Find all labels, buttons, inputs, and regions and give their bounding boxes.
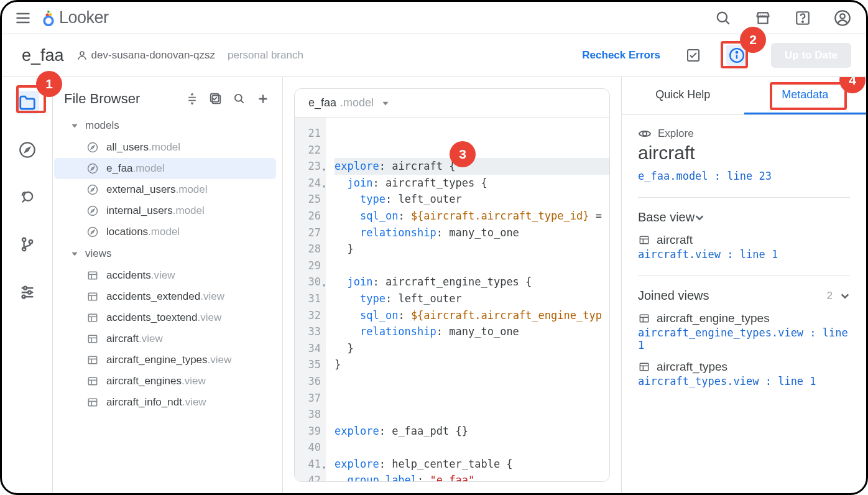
editor-tab-name: e_faa <box>308 96 336 109</box>
explore-rail-icon[interactable] <box>16 138 39 162</box>
hamburger-icon[interactable] <box>14 9 32 27</box>
chevron-down-icon[interactable] <box>381 99 390 108</box>
add-file-icon[interactable] <box>256 92 270 106</box>
tree-item[interactable]: locations.model <box>54 221 276 243</box>
search-files-icon[interactable] <box>233 92 246 106</box>
recheck-errors-button[interactable]: Recheck Errors <box>582 49 660 62</box>
tree-item[interactable]: aircraft_engines.view <box>54 371 276 392</box>
svg-rect-74 <box>640 236 648 244</box>
svg-point-48 <box>88 228 98 237</box>
tree-item[interactable]: aircraft_info_ndt.view <box>54 392 276 413</box>
svg-marker-50 <box>72 252 77 256</box>
tree-item[interactable]: internal_users.model <box>54 200 276 221</box>
svg-marker-41 <box>91 146 95 149</box>
svg-point-12 <box>840 14 844 18</box>
metadata-item: aircraft_types <box>638 360 850 374</box>
tab-metadata[interactable]: Metadata <box>744 77 867 114</box>
tree-item[interactable]: external_users.model <box>54 179 276 200</box>
code-editor[interactable]: e_faa.model 212223▾24▾252627282930▾31323… <box>294 88 610 482</box>
logo-icon <box>42 10 55 26</box>
tree-item[interactable]: accidents.view <box>54 265 276 286</box>
svg-point-42 <box>88 164 98 173</box>
bulk-edit-icon[interactable] <box>209 92 223 106</box>
metadata-item: aircraft_engine_types <box>638 312 850 325</box>
metadata-section-head[interactable]: Joined views2 <box>638 289 850 303</box>
svg-point-35 <box>235 95 242 101</box>
svg-point-26 <box>24 287 27 290</box>
git-branch-icon <box>19 236 35 252</box>
validator-icon[interactable] <box>683 45 704 66</box>
table-icon <box>86 375 99 387</box>
svg-rect-57 <box>88 314 96 322</box>
svg-point-24 <box>29 240 32 243</box>
eye-icon <box>638 128 652 139</box>
metadata-eyebrow: Explore <box>638 127 850 140</box>
explore-icon <box>86 226 99 238</box>
tree-item[interactable]: aircraft_engine_types.view <box>54 349 276 371</box>
collapse-icon[interactable] <box>185 92 199 106</box>
svg-line-21 <box>22 200 25 203</box>
account-icon[interactable] <box>834 9 851 27</box>
app-header: Looker <box>2 2 866 34</box>
branch-indicator[interactable]: dev-susana-donovan-qzsz <box>76 49 215 62</box>
svg-point-10 <box>802 21 803 22</box>
chevron-down-icon <box>840 291 850 301</box>
table-icon <box>86 269 99 282</box>
tree-item[interactable]: accidents_extended.view <box>54 286 276 307</box>
metadata-section-head[interactable]: Base view <box>638 210 850 224</box>
svg-point-28 <box>28 291 31 294</box>
svg-marker-19 <box>25 148 29 152</box>
callout-2: 2 <box>749 32 757 47</box>
editor-body[interactable]: 212223▾24▾252627282930▾31323334353637383… <box>295 118 609 481</box>
tree-folder[interactable]: models <box>53 114 282 137</box>
svg-rect-60 <box>88 335 96 343</box>
svg-rect-66 <box>88 377 96 385</box>
metadata-item-link[interactable]: aircraft.view : line 1 <box>638 248 850 261</box>
metadata-item-link[interactable]: aircraft_engine_types.view : line 1 <box>638 326 850 351</box>
compass-icon <box>19 141 36 159</box>
uptodate-button[interactable]: Up to Date <box>771 43 851 68</box>
help-icon[interactable] <box>794 9 811 27</box>
file-browser-rail-icon[interactable] <box>16 91 39 114</box>
project-bar: e_faa dev-susana-donovan-qzsz personal b… <box>2 34 866 77</box>
chevron-down-icon <box>695 213 704 223</box>
svg-point-3 <box>47 11 50 13</box>
git-rail-icon[interactable] <box>16 233 39 256</box>
tree-item[interactable]: all_users.model <box>54 137 276 158</box>
search-rail-icon[interactable] <box>16 185 39 209</box>
metadata-item-link[interactable]: aircraft_types.view : line 1 <box>638 375 850 387</box>
tab-quick-help[interactable]: Quick Help <box>622 77 744 114</box>
tree-item[interactable]: e_faa.model <box>54 158 276 179</box>
search-replace-icon <box>19 188 36 206</box>
svg-point-22 <box>22 238 25 241</box>
metadata-item: aircraft <box>638 233 850 247</box>
tree-item[interactable]: aircraft.view <box>54 328 276 349</box>
svg-marker-45 <box>91 188 95 192</box>
svg-rect-69 <box>88 399 96 406</box>
person-icon <box>76 50 88 61</box>
table-icon <box>86 354 99 366</box>
explore-icon <box>86 205 99 217</box>
search-icon[interactable] <box>714 9 732 27</box>
tree-folder[interactable]: views <box>53 243 282 265</box>
svg-marker-47 <box>91 210 95 213</box>
sliders-icon <box>19 283 36 300</box>
file-browser-title: File Browser <box>64 91 175 107</box>
table-icon <box>86 312 99 324</box>
svg-rect-80 <box>640 363 648 371</box>
file-browser-panel: File Browser modelsall_users.modele_faa.… <box>53 77 283 493</box>
svg-point-13 <box>80 52 84 55</box>
explore-icon <box>86 162 99 175</box>
tree-item[interactable]: accidents_toextend.view <box>54 307 276 328</box>
svg-rect-54 <box>88 293 96 300</box>
svg-point-7 <box>718 12 727 21</box>
metadata-title-link[interactable]: e_faa.model : line 23 <box>638 170 850 182</box>
editor-tab[interactable]: e_faa.model <box>295 89 609 118</box>
marketplace-icon[interactable] <box>754 9 772 27</box>
svg-rect-77 <box>640 315 648 322</box>
table-icon <box>86 290 99 303</box>
table-icon <box>86 333 99 345</box>
metadata-title: aircraft <box>638 142 850 164</box>
info-icon[interactable] <box>726 45 747 66</box>
settings-rail-icon[interactable] <box>16 280 39 303</box>
